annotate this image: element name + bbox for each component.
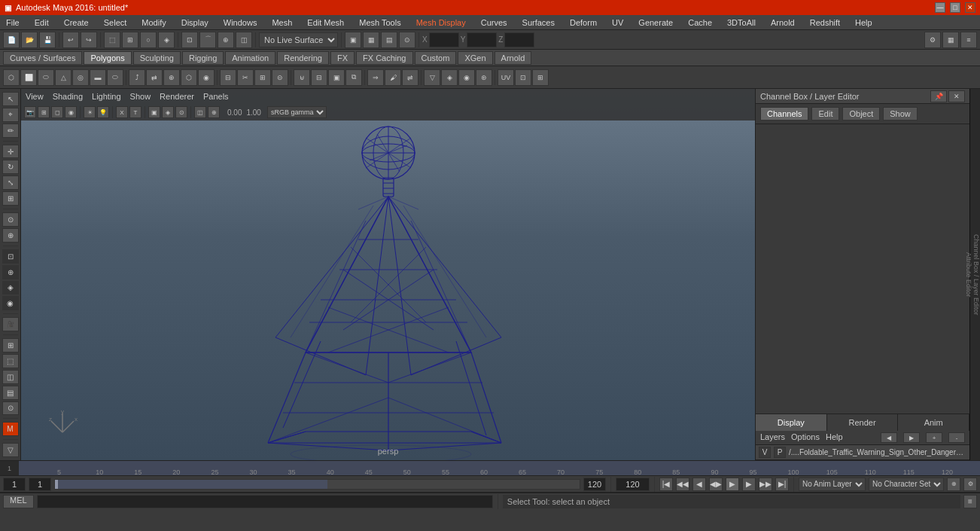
z-input[interactable] bbox=[504, 32, 534, 47]
char-set-select[interactable]: No Character Set bbox=[869, 478, 944, 491]
vp-tb-texture[interactable]: T bbox=[129, 106, 142, 118]
tb-redo[interactable]: ↪ bbox=[81, 32, 97, 48]
options-item[interactable]: Options bbox=[791, 432, 820, 443]
tb-open[interactable]: 📂 bbox=[21, 32, 38, 48]
tb-hierarchy[interactable]: ⊞ bbox=[122, 32, 138, 48]
pb-play-back[interactable]: ◀▶ bbox=[709, 478, 723, 491]
soft-select[interactable]: ⊙ bbox=[2, 212, 19, 227]
viewport[interactable]: View Shading Lighting Show Renderer Pane… bbox=[21, 89, 755, 460]
tab-fx-caching[interactable]: FX Caching bbox=[356, 51, 412, 65]
snap-point2[interactable]: ◈ bbox=[2, 281, 19, 295]
menu-edit[interactable]: Edit bbox=[32, 17, 52, 29]
vp-tb-grid[interactable]: ⊞ bbox=[38, 106, 50, 118]
pb-goto-start[interactable]: |◀ bbox=[659, 478, 673, 491]
extra-tools[interactable]: ▽ bbox=[2, 443, 19, 457]
remesh[interactable]: ⊛ bbox=[476, 69, 492, 86]
channel-tab-show[interactable]: Show bbox=[883, 107, 918, 121]
snap-grid[interactable]: ⊡ bbox=[2, 249, 19, 264]
universal-tool[interactable]: ⊞ bbox=[2, 191, 19, 206]
range-start-input[interactable] bbox=[29, 478, 51, 491]
vp-menu-view[interactable]: View bbox=[26, 92, 44, 101]
pb-next-key[interactable]: ▶▶ bbox=[759, 478, 772, 491]
fill-hole[interactable]: ▣ bbox=[328, 69, 345, 86]
menu-select[interactable]: Select bbox=[101, 17, 130, 29]
pb-goto-end[interactable]: ▶| bbox=[775, 478, 789, 491]
x-input[interactable] bbox=[429, 32, 459, 47]
tab-custom[interactable]: Custom bbox=[415, 51, 457, 65]
channel-box-edge-label[interactable]: Channel Box / Layer Editor bbox=[972, 231, 980, 319]
menu-deform[interactable]: Deform bbox=[567, 17, 600, 29]
layer-add[interactable]: + bbox=[926, 432, 942, 443]
menu-windows[interactable]: Windows bbox=[221, 17, 260, 29]
menu-create[interactable]: Create bbox=[61, 17, 92, 29]
tb-snap-point[interactable]: ⊕ bbox=[218, 32, 234, 48]
script-editor-button[interactable]: ≡ bbox=[963, 495, 977, 508]
vp-tb-wireframe[interactable]: ◻ bbox=[51, 106, 63, 118]
multi-cut[interactable]: ✂ bbox=[237, 69, 254, 86]
poly-torus[interactable]: ◎ bbox=[72, 69, 89, 86]
vp-tb-xray[interactable]: X bbox=[116, 106, 128, 118]
vp-menu-panels[interactable]: Panels bbox=[203, 92, 229, 101]
paint-transfer[interactable]: 🖌 bbox=[385, 69, 401, 86]
scale-tool[interactable]: ⤡ bbox=[2, 175, 19, 190]
tab-xgen[interactable]: XGen bbox=[458, 51, 492, 65]
vp-tb-shade2[interactable]: ◈ bbox=[162, 106, 174, 118]
pb-prev-key[interactable]: ◀◀ bbox=[676, 478, 689, 491]
poly-disk[interactable]: ⬭ bbox=[107, 69, 123, 86]
select-tool[interactable]: ↖ bbox=[2, 92, 19, 106]
reduce[interactable]: ▽ bbox=[424, 69, 440, 86]
tb-settings2[interactable]: ▦ bbox=[942, 32, 959, 48]
layer-p[interactable]: P bbox=[774, 447, 786, 458]
vp-tb-light2[interactable]: 💡 bbox=[97, 106, 109, 118]
tab-rigging[interactable]: Rigging bbox=[182, 51, 224, 65]
poly-cone[interactable]: △ bbox=[55, 69, 72, 86]
loop-cut[interactable]: ⊟ bbox=[220, 69, 236, 86]
menu-curves[interactable]: Curves bbox=[478, 17, 510, 29]
tb-render1[interactable]: ▣ bbox=[345, 32, 361, 48]
command-input[interactable] bbox=[37, 495, 493, 508]
help-item[interactable]: Help bbox=[826, 432, 843, 443]
smooth[interactable]: ◉ bbox=[198, 69, 215, 86]
range-end-input[interactable] bbox=[583, 478, 606, 491]
rp-pin[interactable]: 📌 bbox=[930, 90, 947, 102]
vp-tb-shade1[interactable]: ▣ bbox=[148, 106, 160, 118]
tab-arnold[interactable]: Arnold bbox=[495, 51, 532, 65]
vp-menu-show[interactable]: Show bbox=[130, 92, 151, 101]
mirror[interactable]: ⇌ bbox=[402, 69, 418, 86]
layer-v[interactable]: V bbox=[759, 447, 771, 458]
bevel[interactable]: ⬡ bbox=[181, 69, 197, 86]
no-live-surface-select[interactable]: No Live Surface bbox=[259, 32, 338, 47]
menu-3dtoall[interactable]: 3DToAll bbox=[724, 17, 759, 29]
rp-close[interactable]: ✕ bbox=[948, 90, 965, 102]
vp-menu-lighting[interactable]: Lighting bbox=[92, 92, 121, 101]
tb-settings3[interactable]: ≡ bbox=[960, 32, 977, 48]
attribute-editor-label[interactable]: Attribute Editor bbox=[965, 249, 972, 301]
layer-del[interactable]: - bbox=[948, 432, 965, 443]
gamma-select[interactable]: sRGB gamma bbox=[267, 106, 327, 118]
tb-render4[interactable]: ⊙ bbox=[399, 32, 415, 48]
poly-sphere[interactable]: ⬡ bbox=[3, 69, 20, 86]
pb-extra1[interactable]: ⊕ bbox=[947, 478, 960, 491]
pb-extra2[interactable]: ⚙ bbox=[963, 478, 977, 491]
tb-select-mode[interactable]: ⬚ bbox=[104, 32, 120, 48]
tb-snap-grid[interactable]: ⊡ bbox=[181, 32, 198, 48]
paint-select-tool[interactable]: ✏ bbox=[2, 124, 19, 138]
menu-file[interactable]: File bbox=[3, 17, 23, 29]
layer-next[interactable]: ▶ bbox=[903, 432, 920, 443]
lasso-tool[interactable]: ⌖ bbox=[2, 108, 19, 122]
combine[interactable]: ⊌ bbox=[294, 69, 310, 86]
unfold-uv[interactable]: ⊞ bbox=[532, 69, 549, 86]
timeline-ruler[interactable]: 1 5 10 15 20 25 30 35 40 45 50 55 60 65 … bbox=[0, 461, 980, 476]
tb-component[interactable]: ◈ bbox=[158, 32, 175, 48]
tab-curves-surfaces[interactable]: Curves / Surfaces bbox=[3, 51, 82, 65]
dt-tab-anim[interactable]: Anim bbox=[898, 414, 969, 431]
transfer-attr[interactable]: ⇒ bbox=[367, 69, 384, 86]
channel-tab-object[interactable]: Object bbox=[842, 107, 880, 121]
uv-editor[interactable]: UV bbox=[498, 69, 514, 86]
mel-tab[interactable]: MEL bbox=[3, 495, 34, 508]
tab-polygons[interactable]: Polygons bbox=[84, 51, 131, 65]
playback-speed-input[interactable] bbox=[616, 478, 650, 491]
tb-render3[interactable]: ▤ bbox=[381, 32, 397, 48]
tb-save[interactable]: 💾 bbox=[39, 32, 56, 48]
retopo[interactable]: ◈ bbox=[441, 69, 458, 86]
